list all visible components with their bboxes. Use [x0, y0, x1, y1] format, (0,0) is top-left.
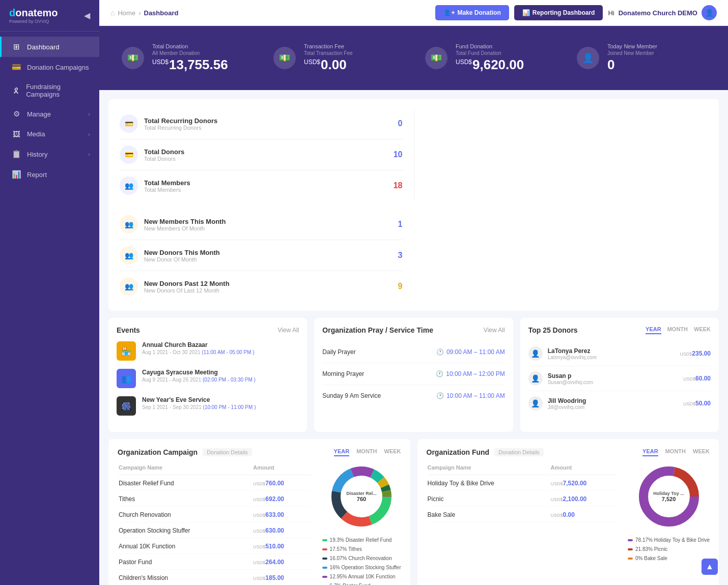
metric-new-donors-12m: 👥 New Donors Past 12 Month New Donors Of…	[120, 271, 403, 302]
sidebar-item-media[interactable]: 🖼 Media ›	[0, 124, 99, 144]
metric-value: 9	[398, 282, 403, 291]
donor-avatar: 👤	[528, 371, 543, 386]
metric-value: 1	[398, 220, 403, 229]
sidebar-item-label: Dashboard	[27, 43, 60, 51]
org-fund-details[interactable]: Donation Details	[494, 448, 544, 456]
sidebar-item-label: Manage	[27, 110, 51, 118]
reporting-dashboard-button[interactable]: 📊 Reporting Dashboard	[514, 5, 603, 20]
metric-new-members-month: 👥 New Members This Month New Members Of …	[120, 209, 403, 240]
avatar: 👤	[702, 5, 717, 20]
sections-row: Events View All 🏪 Annual Church Bazaar A…	[108, 318, 719, 432]
tab-week[interactable]: WEEK	[693, 448, 710, 456]
chevron-right-icon: ›	[88, 111, 90, 117]
org-fund-tabs: YEAR MONTH WEEK	[642, 448, 710, 456]
org-fund-card: Organization Fund Donation Details YEAR …	[417, 439, 719, 585]
person-icon: 👤	[577, 47, 599, 69]
tab-month[interactable]: MONTH	[665, 448, 686, 456]
chevron-right-icon: ›	[88, 131, 90, 137]
tab-year[interactable]: YEAR	[646, 326, 661, 334]
stat-value: 0	[607, 57, 657, 73]
prayer-name: Morning Prayer	[322, 370, 364, 377]
sidebar-item-label: Media	[27, 130, 45, 138]
donor-amount: USD$60.00	[683, 375, 711, 382]
legend-item: 12.95% Annual 10K Function	[322, 572, 401, 581]
sidebar-item-donation-campaigns[interactable]: 💳 Donation Campaigns	[0, 57, 99, 77]
sidebar-toggle[interactable]: ◀	[84, 11, 90, 20]
sidebar-item-label: Donation Campaigns	[27, 64, 89, 71]
fundraising-icon: 🎗	[11, 86, 21, 95]
legend-dot	[628, 548, 633, 550]
metrics-left: 💳 Total Recurring Donors Total Recurring…	[108, 104, 414, 205]
table-row: Children's MissionUSD$185.00	[119, 571, 311, 585]
donors-icon: 💳	[120, 145, 138, 164]
org-campaign-donut: Disaster Rel... 760	[328, 463, 395, 530]
prayer-item: Morning Prayer 🕐 10:00 AM – 12:00 PM	[322, 363, 505, 385]
donor-name: LaTonya Perez	[548, 347, 597, 355]
sidebar-nav: ⊞ Dashboard 💳 Donation Campaigns 🎗 Fundr…	[0, 32, 99, 585]
donor-amount: USD$50.00	[683, 400, 711, 407]
topbar-actions: 👤+ Make Donation 📊 Reporting Dashboard H…	[435, 5, 717, 20]
stat-new-members: 👤 Today New Member Joined New Member 0	[566, 37, 717, 79]
campaign-table: Campaign Name Amount Disaster Relief Fun…	[118, 463, 312, 585]
org-campaign-details[interactable]: Donation Details	[203, 448, 252, 456]
metric-value: 18	[394, 181, 403, 190]
money-icon: 💵	[425, 47, 447, 69]
sidebar-item-label: Report	[27, 171, 47, 179]
campaign-amount: USD$630.00	[253, 523, 311, 538]
legend-dot	[322, 558, 327, 560]
tab-month[interactable]: MONTH	[356, 448, 377, 456]
sidebar-item-history[interactable]: 📋 History ›	[0, 144, 99, 164]
campaign-amount: USD$760.00	[253, 476, 311, 491]
table-row: TithesUSD$692.00	[119, 492, 311, 507]
prayer-view-all[interactable]: View All	[484, 327, 505, 334]
main-content: ⌂ Home › Dashboard 👤+ Make Donation 📊 Re…	[99, 0, 728, 585]
event-name: Cayuga Syracuse Meeting	[142, 369, 256, 376]
event-name: Annual Church Bazaar	[142, 341, 255, 348]
home-icon: ⌂	[110, 9, 115, 17]
table-row: Bake SaleUSD$0.00	[428, 508, 617, 522]
top-donors-title: Top 25 Donors	[528, 326, 578, 334]
stat-sublabel: Joined New Member	[607, 50, 657, 56]
make-donation-button[interactable]: 👤+ Make Donation	[435, 5, 509, 20]
donor-name: Jill Woodring	[548, 397, 586, 404]
tab-year[interactable]: YEAR	[334, 448, 350, 456]
stat-sublabel: Total Transaction Fee	[304, 50, 353, 56]
events-view-all[interactable]: View All	[278, 327, 299, 334]
app-name: donatemo	[9, 7, 58, 19]
breadcrumb-home[interactable]: Home	[118, 9, 135, 17]
event-name: New Year's Eve Service	[142, 396, 256, 403]
campaign-name: Annual 10K Function	[119, 539, 252, 554]
breadcrumb-current: Dashboard	[144, 9, 179, 17]
legend-label: 17.57% Tithes	[330, 545, 362, 554]
tab-month[interactable]: MONTH	[667, 326, 688, 334]
tab-week[interactable]: WEEK	[694, 326, 711, 334]
sidebar-item-fundraising[interactable]: 🎗 Fundraising Campaigns	[0, 77, 99, 104]
legend-dot	[322, 539, 327, 541]
campaign-amount: USD$264.00	[253, 555, 311, 570]
fund-name: Picnic	[428, 492, 550, 507]
col-amount: Amount	[253, 464, 311, 475]
prayer-time: 🕐 09:00 AM – 11:00 AM	[436, 348, 505, 356]
campaign-name: Operation Stocking Stuffer	[119, 523, 252, 538]
stat-label: Total Donation	[152, 43, 228, 49]
donor-avatar: 👤	[528, 346, 543, 361]
sidebar-item-manage[interactable]: ⚙ Manage ›	[0, 104, 99, 124]
event-item: 🏪 Annual Church Bazaar Aug 1 2021 - Oct …	[117, 341, 299, 361]
events-title: Events	[117, 326, 140, 334]
metric-label: New Donors Past 12 Month	[144, 280, 230, 287]
breadcrumb: ⌂ Home › Dashboard	[110, 9, 178, 17]
stat-fund-donation: 💵 Fund Donation Total Fund Donation USD$…	[414, 37, 565, 79]
org-campaign-content: Campaign Name Amount Disaster Relief Fun…	[118, 463, 401, 585]
sidebar-item-report[interactable]: 📊 Report	[0, 164, 99, 185]
top-donors-tabs: YEAR MONTH WEEK	[646, 326, 711, 334]
bottom-row: Organization Campaign Donation Details Y…	[108, 439, 719, 585]
event-date: Sep 1 2021 - Sep 30 2021 (10:00 PM - 11:…	[142, 404, 256, 410]
donor-email: Latonya@ovvihq.com	[548, 355, 597, 360]
legend-dot	[628, 539, 633, 541]
scroll-to-top[interactable]: ▲	[702, 559, 718, 575]
legend-label: 6.7% Pastor Fund	[330, 581, 371, 585]
tab-year[interactable]: YEAR	[642, 448, 658, 456]
donor-amount: USD$235.00	[680, 350, 711, 357]
sidebar-item-dashboard[interactable]: ⊞ Dashboard	[0, 37, 99, 57]
tab-week[interactable]: WEEK	[384, 448, 401, 456]
